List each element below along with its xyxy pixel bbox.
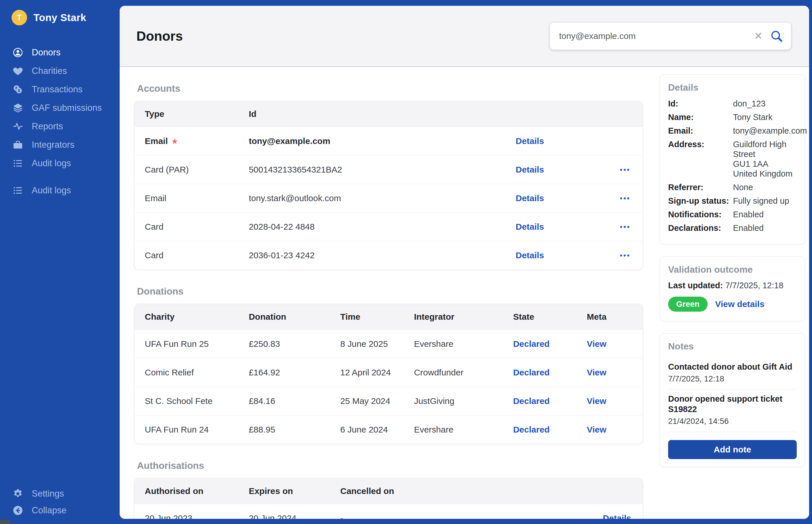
- donation-time: 12 April 2024: [340, 358, 414, 387]
- ellipsis-icon[interactable]: •••: [602, 241, 643, 270]
- donation-integrator: Evershare: [414, 330, 513, 358]
- sidebar-item-audit-logs[interactable]: Audit logs: [0, 181, 120, 200]
- donation-amount: £164.92: [249, 358, 340, 387]
- donation-state-link[interactable]: Declared: [513, 425, 549, 434]
- authorisations-table-card: Authorised onExpires onCancelled on 20 J…: [134, 478, 643, 519]
- donation-amount: £250.83: [249, 330, 340, 358]
- sidebar-item-audit-logs[interactable]: Audit logs: [0, 154, 120, 173]
- column-header: Charity: [134, 304, 249, 330]
- expires-on: 20 Jun 2024: [249, 504, 340, 519]
- close-icon[interactable]: ✕: [754, 31, 763, 41]
- sidebar-item-collapse[interactable]: Collapse: [0, 502, 120, 519]
- list-icon: [12, 185, 24, 196]
- note-text: Donor opened support ticket S19822: [668, 394, 797, 414]
- donation-row: Comic Relief £164.92 12 April 2024 Crowd…: [134, 358, 643, 387]
- donation-meta-link[interactable]: View: [587, 339, 606, 348]
- activity-icon: [12, 120, 24, 132]
- sidebar-item-label: Reports: [32, 121, 63, 132]
- ellipsis-icon[interactable]: •••: [602, 213, 643, 241]
- detail-field-value: Fully signed up: [733, 196, 789, 206]
- main-card: Donors ✕ Accounts TypeId Email★ tony@exa…: [120, 6, 809, 519]
- sidebar-item-label: Collapse: [32, 505, 67, 515]
- validation-panel-title: Validation outcome: [668, 264, 797, 275]
- primary-star-icon: ★: [171, 137, 178, 146]
- account-details-link[interactable]: Details: [515, 165, 544, 174]
- donation-state-link[interactable]: Declared: [513, 367, 549, 377]
- account-details-link[interactable]: Details: [515, 193, 544, 203]
- user-row[interactable]: T Tony Stark: [0, 0, 120, 26]
- account-row: Email★ tony@example.com Details: [134, 127, 643, 155]
- search-icon[interactable]: [769, 29, 783, 43]
- cancelled-on: -: [340, 504, 569, 519]
- donation-meta-link[interactable]: View: [587, 367, 606, 377]
- donation-state-link[interactable]: Declared: [513, 396, 549, 406]
- donation-row: UFA Fun Run 25 £250.83 8 June 2025 Evers…: [134, 330, 643, 358]
- authorisations-section-title: Authorisations: [137, 460, 643, 471]
- account-id: 2028-04-22 4848: [249, 213, 516, 241]
- account-id: tony@example.com: [249, 127, 516, 155]
- column-header: Expires on: [249, 478, 340, 504]
- sidebar-item-label: Audit logs: [32, 185, 71, 196]
- note-item: Contacted donor about Gift Aid 7/7/2025,…: [668, 358, 797, 390]
- add-note-button[interactable]: Add note: [668, 440, 797, 459]
- detail-field-label: Email:: [668, 126, 733, 136]
- authorisations-table: Authorised onExpires onCancelled on 20 J…: [134, 478, 643, 519]
- ellipsis-icon[interactable]: •••: [602, 155, 643, 184]
- donation-meta-link[interactable]: View: [587, 425, 606, 434]
- account-type: Email★: [134, 127, 249, 155]
- view-details-link[interactable]: View details: [715, 299, 764, 309]
- sidebar: T Tony Stark Donors Charities €$ Transac…: [0, 0, 120, 524]
- sidebar-footer: Settings Collapse: [0, 485, 120, 519]
- sidebar-item-charities[interactable]: Charities: [0, 62, 120, 80]
- donation-state-link[interactable]: Declared: [513, 339, 549, 348]
- detail-field-value: Enabled: [733, 210, 764, 219]
- donation-amount: £84.16: [249, 387, 340, 415]
- detail-field-label: Name:: [668, 112, 733, 122]
- donation-row: UFA Fun Run 24 £88.95 6 June 2024 Eversh…: [134, 415, 643, 444]
- donation-time: 8 June 2025: [340, 330, 414, 358]
- page-header: Donors ✕: [120, 6, 809, 67]
- donation-time: 6 June 2024: [340, 415, 414, 444]
- right-column: Details Id: don_123 Name: Tony Stark Ema…: [660, 75, 806, 519]
- sidebar-item-reports[interactable]: Reports: [0, 117, 120, 136]
- authorisation-details-link[interactable]: Details: [603, 513, 631, 519]
- column-header: Time: [340, 304, 414, 330]
- donation-charity: St C. School Fete: [134, 387, 249, 415]
- account-details-link[interactable]: Details: [515, 222, 544, 231]
- detail-field: Email: tony@example.com: [668, 126, 797, 136]
- column-header: Cancelled on: [340, 478, 569, 504]
- account-id: tony.stark@outlook.com: [249, 184, 516, 213]
- sidebar-nav: Donors Charities €$ Transactions GAF sub…: [0, 43, 120, 200]
- sidebar-item-transactions[interactable]: €$ Transactions: [0, 80, 120, 99]
- account-details-link[interactable]: Details: [515, 250, 544, 260]
- sidebar-item-label: Donors: [32, 47, 61, 58]
- account-row: Email tony.stark@outlook.com Details •••: [134, 184, 643, 213]
- search-input[interactable]: [559, 31, 751, 41]
- note-item: Donor opened support ticket S19822 21/4/…: [668, 390, 797, 432]
- column-header: Type: [134, 101, 249, 127]
- detail-field-value: Enabled: [733, 223, 764, 233]
- sidebar-item-settings[interactable]: Settings: [0, 485, 120, 502]
- detail-field: Name: Tony Stark: [668, 112, 797, 122]
- sidebar-item-label: Settings: [32, 489, 64, 499]
- gear-icon: [12, 488, 24, 500]
- donation-meta-link[interactable]: View: [587, 396, 606, 406]
- note-timestamp: 21/4/2024, 14:56: [668, 417, 797, 426]
- detail-field-label: Id:: [668, 99, 733, 109]
- column-header: Donation: [249, 304, 340, 330]
- person-icon: [12, 47, 24, 58]
- column-header: Authorised on: [134, 478, 249, 504]
- coins-icon: €$: [12, 84, 24, 95]
- sidebar-item-label: Audit logs: [32, 158, 71, 168]
- account-type: Card (PAR): [134, 155, 249, 184]
- donations-table: CharityDonationTimeIntegratorStateMeta U…: [134, 304, 643, 444]
- ellipsis-icon[interactable]: •••: [602, 184, 643, 213]
- detail-field: Sign-up status: Fully signed up: [668, 196, 797, 206]
- svg-text:$: $: [18, 88, 20, 93]
- column-header: Meta: [587, 304, 643, 330]
- sidebar-item-gaf-submissions[interactable]: GAF submissions: [0, 99, 120, 117]
- sidebar-item-integrators[interactable]: Integrators: [0, 136, 120, 154]
- donation-amount: £88.95: [249, 415, 340, 444]
- account-details-link[interactable]: Details: [515, 136, 544, 146]
- sidebar-item-donors[interactable]: Donors: [0, 43, 120, 62]
